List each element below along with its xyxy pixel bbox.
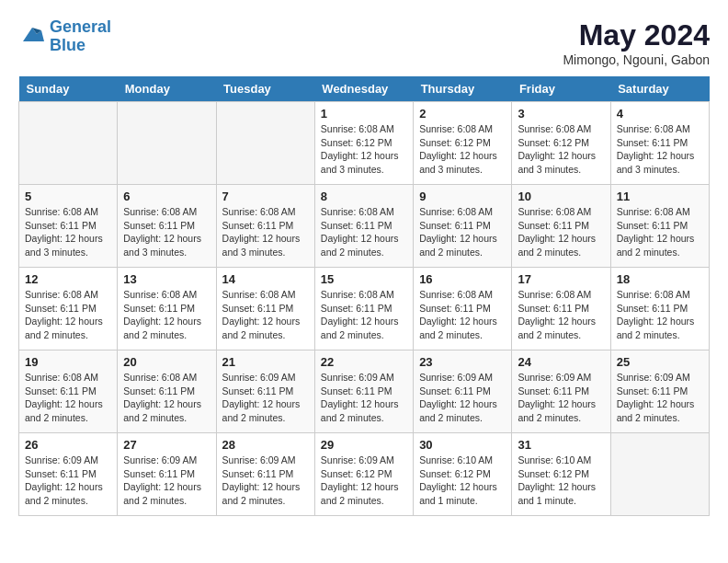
col-header-friday: Friday: [512, 76, 610, 102]
day-number: 31: [518, 438, 604, 452]
calendar-cell: 27Sunrise: 6:09 AM Sunset: 6:11 PM Dayli…: [118, 433, 216, 516]
calendar-cell: 10Sunrise: 6:08 AM Sunset: 6:11 PM Dayli…: [512, 185, 610, 268]
calendar-week-2: 5Sunrise: 6:08 AM Sunset: 6:11 PM Daylig…: [19, 185, 710, 268]
calendar-cell: 16Sunrise: 6:08 AM Sunset: 6:11 PM Dayli…: [414, 268, 512, 350]
day-info: Sunrise: 6:08 AM Sunset: 6:11 PM Dayligh…: [518, 288, 604, 342]
day-number: 9: [419, 190, 506, 203]
day-info: Sunrise: 6:08 AM Sunset: 6:12 PM Dayligh…: [321, 122, 407, 177]
day-info: Sunrise: 6:08 AM Sunset: 6:11 PM Dayligh…: [321, 205, 407, 259]
calendar-cell: 20Sunrise: 6:08 AM Sunset: 6:11 PM Dayli…: [118, 350, 216, 433]
calendar-cell: 21Sunrise: 6:09 AM Sunset: 6:11 PM Dayli…: [216, 350, 314, 433]
day-info: Sunrise: 6:09 AM Sunset: 6:11 PM Dayligh…: [617, 371, 703, 425]
day-info: Sunrise: 6:08 AM Sunset: 6:11 PM Dayligh…: [617, 288, 703, 342]
day-number: 6: [123, 190, 210, 203]
calendar-cell: 5Sunrise: 6:08 AM Sunset: 6:11 PM Daylig…: [19, 185, 118, 268]
col-header-wednesday: Wednesday: [314, 76, 413, 102]
day-number: 8: [321, 190, 407, 203]
day-number: 7: [222, 190, 309, 203]
calendar-table: SundayMondayTuesdayWednesdayThursdayFrid…: [18, 76, 710, 516]
day-info: Sunrise: 6:09 AM Sunset: 6:11 PM Dayligh…: [222, 371, 309, 425]
calendar-cell: 18Sunrise: 6:08 AM Sunset: 6:11 PM Dayli…: [610, 268, 709, 350]
svg-marker-0: [23, 28, 44, 41]
day-info: Sunrise: 6:08 AM Sunset: 6:11 PM Dayligh…: [617, 205, 703, 259]
calendar-week-3: 12Sunrise: 6:08 AM Sunset: 6:11 PM Dayli…: [19, 268, 710, 350]
calendar-cell: 23Sunrise: 6:09 AM Sunset: 6:11 PM Dayli…: [414, 350, 512, 433]
day-info: Sunrise: 6:08 AM Sunset: 6:11 PM Dayligh…: [123, 205, 210, 259]
day-number: 4: [617, 107, 703, 121]
day-number: 21: [222, 355, 309, 369]
calendar-cell: 28Sunrise: 6:09 AM Sunset: 6:11 PM Dayli…: [216, 433, 314, 516]
col-header-sunday: Sunday: [19, 76, 118, 102]
calendar-cell: 29Sunrise: 6:09 AM Sunset: 6:12 PM Dayli…: [314, 433, 413, 516]
calendar-cell: [19, 102, 118, 185]
day-info: Sunrise: 6:09 AM Sunset: 6:11 PM Dayligh…: [222, 454, 309, 508]
month-title: May 2024: [563, 18, 710, 52]
calendar-cell: 4Sunrise: 6:08 AM Sunset: 6:11 PM Daylig…: [610, 102, 709, 185]
calendar-cell: 7Sunrise: 6:08 AM Sunset: 6:11 PM Daylig…: [216, 185, 314, 268]
calendar-cell: 22Sunrise: 6:09 AM Sunset: 6:11 PM Dayli…: [314, 350, 413, 433]
calendar-cell: [216, 102, 314, 185]
day-number: 17: [518, 272, 604, 286]
calendar-cell: 12Sunrise: 6:08 AM Sunset: 6:11 PM Dayli…: [19, 268, 118, 350]
calendar-cell: 2Sunrise: 6:08 AM Sunset: 6:12 PM Daylig…: [414, 102, 512, 185]
day-number: 2: [419, 107, 506, 121]
day-number: 12: [25, 272, 111, 286]
page-header: General Blue May 2024 Mimongo, Ngouni, G…: [18, 18, 710, 67]
calendar-cell: [610, 433, 709, 516]
day-info: Sunrise: 6:09 AM Sunset: 6:12 PM Dayligh…: [321, 454, 407, 508]
logo-text: General Blue: [50, 18, 111, 55]
day-info: Sunrise: 6:09 AM Sunset: 6:11 PM Dayligh…: [25, 454, 111, 508]
calendar-cell: 14Sunrise: 6:08 AM Sunset: 6:11 PM Dayli…: [216, 268, 314, 350]
day-info: Sunrise: 6:08 AM Sunset: 6:11 PM Dayligh…: [25, 288, 111, 342]
calendar-cell: 8Sunrise: 6:08 AM Sunset: 6:11 PM Daylig…: [314, 185, 413, 268]
day-info: Sunrise: 6:08 AM Sunset: 6:11 PM Dayligh…: [419, 288, 506, 342]
day-info: Sunrise: 6:10 AM Sunset: 6:12 PM Dayligh…: [518, 454, 604, 508]
calendar-week-4: 19Sunrise: 6:08 AM Sunset: 6:11 PM Dayli…: [19, 350, 710, 433]
header-row: SundayMondayTuesdayWednesdayThursdayFrid…: [19, 76, 710, 102]
calendar-cell: 17Sunrise: 6:08 AM Sunset: 6:11 PM Dayli…: [512, 268, 610, 350]
day-number: 14: [222, 272, 309, 286]
day-number: 5: [25, 190, 111, 203]
calendar-cell: [118, 102, 216, 185]
day-number: 23: [419, 355, 506, 369]
calendar-week-1: 1Sunrise: 6:08 AM Sunset: 6:12 PM Daylig…: [19, 102, 710, 185]
day-info: Sunrise: 6:08 AM Sunset: 6:11 PM Dayligh…: [123, 288, 210, 342]
day-number: 10: [518, 190, 604, 203]
day-number: 29: [321, 438, 407, 452]
day-number: 27: [123, 438, 210, 452]
logo-icon: [18, 23, 46, 51]
day-info: Sunrise: 6:08 AM Sunset: 6:11 PM Dayligh…: [617, 122, 703, 177]
calendar-cell: 13Sunrise: 6:08 AM Sunset: 6:11 PM Dayli…: [118, 268, 216, 350]
calendar-week-5: 26Sunrise: 6:09 AM Sunset: 6:11 PM Dayli…: [19, 433, 710, 516]
col-header-thursday: Thursday: [414, 76, 512, 102]
day-info: Sunrise: 6:09 AM Sunset: 6:11 PM Dayligh…: [123, 454, 210, 508]
day-info: Sunrise: 6:08 AM Sunset: 6:11 PM Dayligh…: [419, 205, 506, 259]
day-number: 22: [321, 355, 407, 369]
calendar-cell: 1Sunrise: 6:08 AM Sunset: 6:12 PM Daylig…: [314, 102, 413, 185]
day-number: 13: [123, 272, 210, 286]
calendar-cell: 25Sunrise: 6:09 AM Sunset: 6:11 PM Dayli…: [610, 350, 709, 433]
calendar-cell: 26Sunrise: 6:09 AM Sunset: 6:11 PM Dayli…: [19, 433, 118, 516]
day-number: 26: [25, 438, 111, 452]
col-header-saturday: Saturday: [610, 76, 709, 102]
day-info: Sunrise: 6:08 AM Sunset: 6:11 PM Dayligh…: [222, 288, 309, 342]
calendar-cell: 9Sunrise: 6:08 AM Sunset: 6:11 PM Daylig…: [414, 185, 512, 268]
calendar-cell: 15Sunrise: 6:08 AM Sunset: 6:11 PM Dayli…: [314, 268, 413, 350]
calendar-cell: 6Sunrise: 6:08 AM Sunset: 6:11 PM Daylig…: [118, 185, 216, 268]
title-area: May 2024 Mimongo, Ngouni, Gabon: [563, 18, 710, 67]
col-header-tuesday: Tuesday: [216, 76, 314, 102]
day-info: Sunrise: 6:09 AM Sunset: 6:11 PM Dayligh…: [518, 371, 604, 425]
logo: General Blue: [18, 18, 111, 55]
calendar-cell: 11Sunrise: 6:08 AM Sunset: 6:11 PM Dayli…: [610, 185, 709, 268]
day-number: 24: [518, 355, 604, 369]
day-info: Sunrise: 6:08 AM Sunset: 6:12 PM Dayligh…: [518, 122, 604, 177]
day-number: 16: [419, 272, 506, 286]
day-info: Sunrise: 6:08 AM Sunset: 6:11 PM Dayligh…: [123, 371, 210, 425]
calendar-cell: 31Sunrise: 6:10 AM Sunset: 6:12 PM Dayli…: [512, 433, 610, 516]
calendar-cell: 24Sunrise: 6:09 AM Sunset: 6:11 PM Dayli…: [512, 350, 610, 433]
day-info: Sunrise: 6:08 AM Sunset: 6:11 PM Dayligh…: [25, 371, 111, 425]
calendar-cell: 30Sunrise: 6:10 AM Sunset: 6:12 PM Dayli…: [414, 433, 512, 516]
day-number: 15: [321, 272, 407, 286]
day-number: 25: [617, 355, 703, 369]
day-number: 1: [321, 107, 407, 121]
